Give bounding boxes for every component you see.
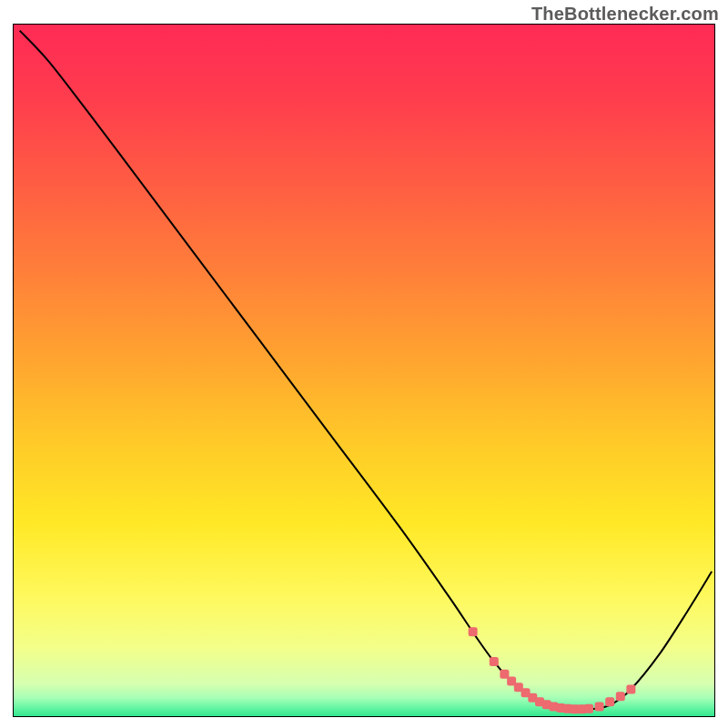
bottleneck-chart: TheBottlenecker.com [0, 0, 728, 728]
optimal-marker [605, 697, 614, 706]
chart-canvas [13, 24, 715, 717]
gradient-background [13, 24, 715, 717]
optimal-marker [626, 685, 635, 694]
optimal-marker [616, 692, 625, 701]
optimal-marker [490, 657, 499, 666]
optimal-marker [469, 627, 478, 636]
optimal-marker [595, 703, 604, 712]
attribution-label: TheBottlenecker.com [531, 4, 719, 25]
optimal-marker [584, 704, 593, 713]
